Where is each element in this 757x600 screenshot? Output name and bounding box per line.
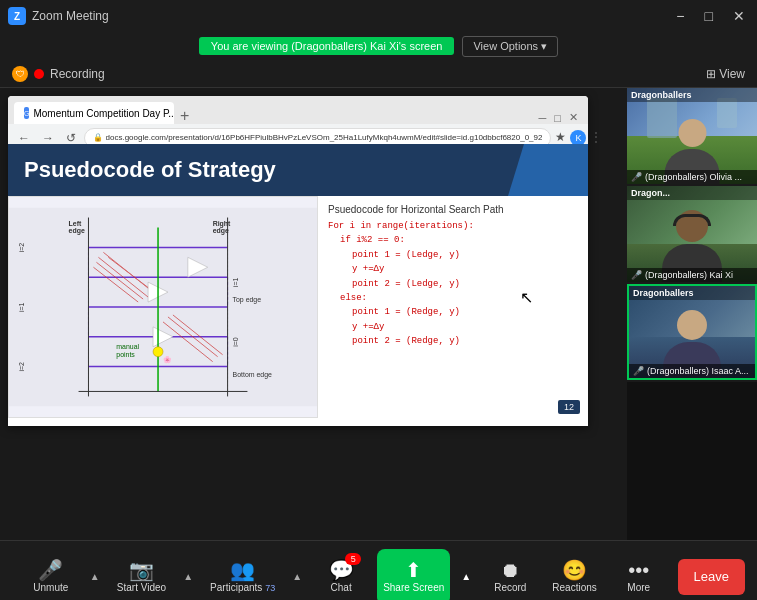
record-label: Record (494, 582, 526, 593)
viewing-badge: You are viewing (Dragonballers) Kai Xi's… (199, 37, 455, 55)
participants-icon: 👥 (230, 560, 255, 580)
minimize-button[interactable]: − (672, 6, 688, 26)
main-area: G Momentum Competition Day P... ✕ + ─ □ … (0, 88, 757, 540)
more-label: More (627, 582, 650, 593)
recording-label: Recording (50, 67, 105, 81)
participant-name-kaixi: (Dragonballers) Kai Xi (645, 270, 733, 280)
participants-caret[interactable]: ▲ (289, 549, 305, 601)
mic-icon-kaixi: 🎤 (631, 270, 642, 280)
view-button[interactable]: ⊞ View (706, 67, 745, 81)
svg-text:Left: Left (69, 220, 82, 227)
svg-point-19 (153, 347, 163, 357)
svg-text:i=0: i=0 (232, 337, 239, 347)
browser-tab[interactable]: G Momentum Competition Day P... ✕ (14, 102, 174, 124)
title-bar: Z Zoom Meeting − □ ✕ (0, 0, 757, 32)
participant-label-isaac: 🎤 (Dragonballers) Isaac A... (629, 364, 755, 378)
svg-text:Bottom edge: Bottom edge (233, 371, 272, 379)
share-screen-icon: ⬆ (405, 560, 422, 580)
slide-header: Psuedocode of Strategy (8, 144, 588, 196)
slide-diagram: 🌸 Left edge Right edge Top edge Bottom e… (8, 196, 318, 418)
browser-tabs: G Momentum Competition Day P... ✕ + ─ □ … (8, 96, 588, 124)
reactions-button[interactable]: 😊 Reactions (546, 549, 602, 601)
participants-label: Participants 73 (210, 582, 275, 593)
svg-text:i=1: i=1 (18, 302, 25, 312)
chat-badge: 5 (345, 553, 361, 565)
pseudocode-title: Psuedocode for Horizontal Search Path (328, 204, 578, 215)
browser-maximize-icon[interactable]: □ (554, 112, 561, 124)
chat-label: Chat (331, 582, 352, 593)
slide-title: Psuedocode of Strategy (24, 157, 276, 183)
participants-button[interactable]: 👥 Participants 73 (204, 549, 281, 601)
svg-text:i=2: i=2 (18, 243, 25, 253)
slide-content: Psuedocode of Strategy (8, 144, 588, 418)
svg-text:Right: Right (213, 220, 231, 228)
video-panel-spacer (627, 382, 757, 540)
video-tile-header-3: Dragonballers (629, 286, 755, 300)
new-tab-button[interactable]: + (174, 108, 195, 124)
share-screen-button[interactable]: ⬆ Share Screen (377, 549, 450, 601)
start-video-button[interactable]: 📷 Start Video (111, 549, 172, 601)
video-panel: Dragonballers 🎤 (Dragonballers) Olivia .… (627, 88, 757, 540)
code-line-1: For i in range(iterations): (328, 219, 578, 233)
video-tile-header-1: Dragonballers (627, 88, 757, 102)
svg-text:i=2: i=2 (18, 362, 25, 372)
app-title: Zoom Meeting (32, 9, 109, 23)
tab-title: Momentum Competition Day P... (33, 108, 174, 119)
view-options-button[interactable]: View Options ▾ (462, 36, 558, 57)
mic-icon-olivia: 🎤 (631, 172, 642, 182)
code-line-9: point 2 = (Redge, y) (328, 334, 578, 348)
participant-video-olivia: Dragonballers 🎤 (Dragonballers) Olivia .… (627, 88, 757, 184)
url-text: docs.google.com/presentation/d/16Pb6HFPi… (106, 133, 543, 142)
participant-label-kaixi: 🎤 (Dragonballers) Kai Xi (627, 268, 757, 282)
slide-number: 12 (558, 400, 580, 414)
mute-button[interactable]: 🎤 Unmute (23, 549, 79, 601)
share-screen-caret[interactable]: ▲ (458, 549, 474, 601)
record-button[interactable]: ⏺ Record (482, 549, 538, 601)
pseudocode-content: For i in range(iterations): if i%2 == 0:… (328, 219, 578, 349)
svg-text:edge: edge (69, 227, 85, 235)
reactions-icon: 😊 (562, 560, 587, 580)
code-line-4: y +=Δy (328, 262, 578, 276)
mic-icon-isaac: 🎤 (633, 366, 644, 376)
menu-icon[interactable]: ⋮ (590, 130, 602, 146)
close-button[interactable]: ✕ (729, 6, 749, 26)
recording-bar: 🛡 Recording ⊞ View (0, 60, 757, 88)
more-icon: ••• (628, 560, 649, 580)
leave-button[interactable]: Leave (678, 559, 745, 595)
participant-video-kaixi: Dragon... 🎤 (Dragonballers) Kai Xi (627, 186, 757, 282)
recording-dot-icon (34, 69, 44, 79)
bottom-toolbar: 🎤 Unmute ▲ 📷 Start Video ▲ 👥 Participant… (0, 540, 757, 600)
code-line-7: point 1 = (Redge, y) (328, 305, 578, 319)
code-line-2: if i%2 == 0: (328, 233, 578, 247)
toolbar-center: 🎤 Unmute ▲ 📷 Start Video ▲ 👥 Participant… (12, 549, 678, 601)
tab-favicon-icon: G (24, 107, 29, 119)
toolbar-right: Leave (678, 559, 745, 595)
browser-minimize-icon[interactable]: ─ (539, 112, 547, 124)
participant-name-isaac: (Dragonballers) Isaac A... (647, 366, 749, 376)
maximize-button[interactable]: □ (701, 6, 717, 26)
browser-close-icon[interactable]: ✕ (569, 111, 578, 124)
code-line-3: point 1 = (Ledge, y) (328, 248, 578, 262)
svg-text:edge: edge (213, 227, 229, 235)
code-line-8: y +=Δy (328, 320, 578, 334)
video-label: Start Video (117, 582, 166, 593)
security-icon: 🛡 (12, 66, 28, 82)
svg-text:🌸: 🌸 (163, 355, 172, 364)
presentation-area: G Momentum Competition Day P... ✕ + ─ □ … (0, 88, 627, 540)
svg-text:Top edge: Top edge (233, 296, 262, 304)
svg-text:manual: manual (116, 343, 139, 350)
slide-pseudocode: Psuedocode for Horizontal Search Path Fo… (318, 196, 588, 418)
mute-caret[interactable]: ▲ (87, 549, 103, 601)
participant-video-isaac: Dragonballers 🎤 (Dragonballers) Isaac A.… (627, 284, 757, 380)
participant-name-olivia: (Dragonballers) Olivia ... (645, 172, 742, 182)
record-icon: ⏺ (500, 560, 520, 580)
more-button[interactable]: ••• More (611, 549, 667, 601)
notification-bar: You are viewing (Dragonballers) Kai Xi's… (0, 32, 757, 60)
chat-button[interactable]: 5 💬 Chat (313, 549, 369, 601)
zoom-logo-icon: Z (8, 7, 26, 25)
video-icon: 📷 (129, 560, 154, 580)
mute-icon: 🎤 (38, 560, 63, 580)
video-caret[interactable]: ▲ (180, 549, 196, 601)
share-screen-label: Share Screen (383, 582, 444, 593)
participant-label-olivia: 🎤 (Dragonballers) Olivia ... (627, 170, 757, 184)
